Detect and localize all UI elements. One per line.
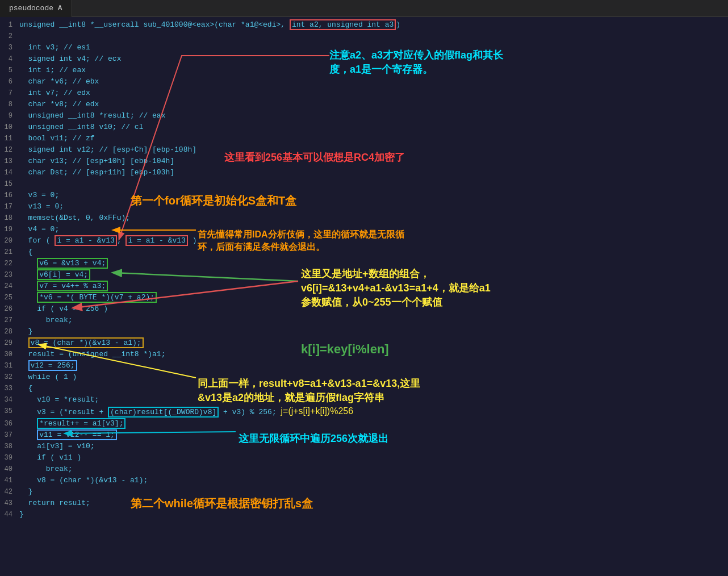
line-number: 23 <box>0 269 17 281</box>
code-line-32: 32 while ( 1 ) <box>0 372 728 383</box>
highlight-box-green: v6 = &v13 + v4; <box>37 258 108 269</box>
line-code <box>17 178 728 190</box>
line-code: v11 = v12-- == 1; <box>17 429 728 441</box>
line-number: 24 <box>0 281 17 292</box>
line-code: unsigned __int8 *__usercall sub_401000@<… <box>17 19 728 31</box>
highlight-box-blue: v12 = 256; <box>28 360 77 371</box>
code-line-41: 41 v8 = (char *)(&v13 - a1); <box>0 475 728 486</box>
code-line-31: 31 v12 = 256; <box>0 360 728 372</box>
line-number: 30 <box>0 349 17 360</box>
line-number: 4 <box>0 53 17 65</box>
line-number: 35 <box>0 406 17 418</box>
line-number: 21 <box>0 247 17 258</box>
line-number: 7 <box>0 87 17 99</box>
code-line-22: 22 v6 = &v13 + v4; <box>0 258 728 269</box>
line-code: { <box>17 247 728 258</box>
code-line-3: 3 int v3; // esi <box>0 42 728 53</box>
code-line-18: 18 memset(&Dst, 0, 0xFFu); <box>0 212 728 224</box>
line-number: 15 <box>0 178 17 190</box>
code-line-11: 11 bool v11; // zf <box>0 133 728 144</box>
highlight-box-green: v7 = v4++ % a3; <box>37 281 108 291</box>
line-number: 2 <box>0 31 17 42</box>
code-line-2: 2 <box>0 31 728 42</box>
line-number: 26 <box>0 303 17 315</box>
code-line-5: 5 int i; // eax <box>0 65 728 76</box>
line-code: } <box>17 509 728 520</box>
line-number: 34 <box>0 394 17 406</box>
code-line-33: 33 { <box>0 383 728 394</box>
line-code: v8 = (char *)(&v13 - a1); <box>17 475 728 486</box>
line-number: 41 <box>0 475 17 486</box>
line-number: 18 <box>0 212 17 224</box>
line-number: 3 <box>0 42 17 53</box>
code-line-34: 34 v10 = *result; <box>0 394 728 406</box>
line-code: *v6 = *( BYTE *)(v7 + a2); <box>17 292 728 303</box>
code-line-12: 12 signed int v12; // [esp+Ch] [ebp-108h… <box>0 144 728 156</box>
line-number: 22 <box>0 258 17 269</box>
highlight-box-red: int a2, unsigned int a3 <box>290 19 396 30</box>
line-code: v6 = &v13 + v4; <box>17 258 728 269</box>
line-number: 28 <box>0 326 17 337</box>
code-line-37: 37 v11 = v12-- == 1; <box>0 429 728 441</box>
code-line-28: 28 } <box>0 326 728 337</box>
code-line-17: 17 v13 = 0; <box>0 201 728 212</box>
code-line-15: 15 <box>0 178 728 190</box>
line-code: char *v8; // edx <box>17 99 728 110</box>
line-code: unsigned __int8 *result; // eax <box>17 110 728 122</box>
code-line-27: 27 break; <box>0 315 728 326</box>
line-code: } <box>17 486 728 498</box>
code-container: 1unsigned __int8 *__usercall sub_401000@… <box>0 17 728 576</box>
code-line-23: 23 v6[i] = v4; <box>0 269 728 281</box>
code-line-40: 40 break; <box>0 464 728 475</box>
line-number: 10 <box>0 122 17 133</box>
line-code: return result; <box>17 498 728 509</box>
line-code: v4 = 0; <box>17 224 728 235</box>
tab-bar: pseudocode A <box>0 0 728 17</box>
highlight-box-cyan2: *result++ = a1[v3]; <box>37 418 125 429</box>
code-line-26: 26 if ( v4 >= 256 ) <box>0 303 728 315</box>
line-number: 40 <box>0 464 17 475</box>
line-number: 37 <box>0 429 17 441</box>
code-line-30: 30 result = (unsigned __int8 *)a1; <box>0 349 728 360</box>
code-line-19: 19 v4 = 0; <box>0 224 728 235</box>
line-code: while ( 1 ) <box>17 372 728 383</box>
line-number: 36 <box>0 418 17 429</box>
line-number: 13 <box>0 156 17 167</box>
line-code: for ( i = a1 - &v13; i = a1 - &v13 ) <box>17 235 728 247</box>
code-line-44: 44} <box>0 509 728 520</box>
tab-pseudocode[interactable]: pseudocode A <box>0 0 72 17</box>
line-code: break; <box>17 464 728 475</box>
line-code: *result++ = a1[v3]; <box>17 418 728 429</box>
code-line-21: 21 { <box>0 247 728 258</box>
line-number: 1 <box>0 19 17 31</box>
line-number: 11 <box>0 133 17 144</box>
highlight-box-blue: v11 = v12-- == 1; <box>37 429 117 440</box>
line-code: v10 = *result; <box>17 394 728 406</box>
line-code: char *v6; // ebx <box>17 76 728 87</box>
highlight-box-red: i = a1 - &v13 <box>55 235 116 246</box>
line-number: 9 <box>0 110 17 122</box>
code-line-1: 1unsigned __int8 *__usercall sub_401000@… <box>0 19 728 31</box>
code-line-4: 4 signed int v4; // ecx <box>0 53 728 65</box>
line-code: int v3; // esi <box>17 42 728 53</box>
line-code: if ( v4 >= 256 ) <box>17 303 728 315</box>
line-code: signed int v4; // ecx <box>17 53 728 65</box>
line-code: v3 = 0; <box>17 190 728 201</box>
line-number: 5 <box>0 65 17 76</box>
code-line-16: 16 v3 = 0; <box>0 190 728 201</box>
line-code: v13 = 0; <box>17 201 728 212</box>
line-number: 33 <box>0 383 17 394</box>
line-code: v8 = (char *)(&v13 - a1); <box>17 337 728 349</box>
code-line-25: 25 *v6 = *( BYTE *)(v7 + a2); <box>0 292 728 303</box>
line-number: 42 <box>0 486 17 498</box>
line-code: int i; // eax <box>17 65 728 76</box>
code-line-24: 24 v7 = v4++ % a3; <box>0 281 728 292</box>
line-number: 39 <box>0 452 17 464</box>
line-number: 27 <box>0 315 17 326</box>
code-lines: 1unsigned __int8 *__usercall sub_401000@… <box>0 19 728 520</box>
code-line-29: 29 v8 = (char *)(&v13 - a1); <box>0 337 728 349</box>
code-line-35: 35 v3 = (*result + (char)result[(_DWORD)… <box>0 406 728 418</box>
line-code: v12 = 256; <box>17 360 728 372</box>
highlight-box-red: i = a1 - &v13 <box>125 235 187 246</box>
code-line-43: 43 return result; <box>0 498 728 509</box>
